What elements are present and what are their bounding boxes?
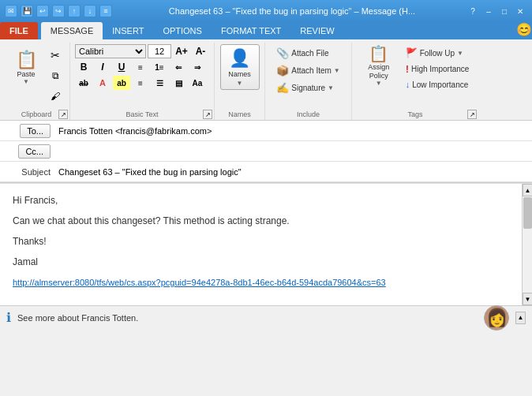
decrease-indent-button[interactable]: ⇐ [170,60,187,74]
align-left-button[interactable]: ≡ [132,76,149,90]
cc-button[interactable]: Cc... [18,144,51,159]
email-form: To... Cc... Subject [0,121,532,183]
include-group: 📎 Attach File 📦 Attach Item ▼ ✍ Signatur… [265,43,352,120]
signature: Jamal [13,255,509,269]
basic-text-label: Basic Text [126,110,159,118]
attach-file-label: Attach File [291,49,328,58]
subject-row: Subject [0,162,532,182]
tab-review[interactable]: REVIEW [290,22,343,39]
signature-icon: ✍ [276,82,289,94]
font-grow-button[interactable]: A+ [173,44,190,58]
redo-icon[interactable]: ↪ [52,5,65,17]
basic-text-expand[interactable]: ↗ [203,110,212,119]
scrollbar: ▲ ▼ [522,184,532,305]
include-bottom: Include [265,109,351,120]
names-dd-arrow: ▼ [237,80,243,87]
tags-expand[interactable]: ↗ [467,110,477,119]
cc-input[interactable] [55,145,532,158]
paste-button[interactable]: 📋 Paste ▼ [8,44,44,90]
attach-item-label: Attach Item [291,66,332,75]
contact-avatar: 👩 [484,305,509,331]
follow-up-button[interactable]: 🚩 Follow Up ▼ [402,46,474,60]
tab-file[interactable]: FILE [0,22,38,39]
signature-button[interactable]: ✍ Signature ▼ [272,80,344,95]
save-icon[interactable]: 💾 [21,5,33,17]
greeting: Hi Francis, [13,193,509,207]
low-importance-button[interactable]: ↓ Low Importance [402,78,474,91]
down-icon[interactable]: ↓ [84,5,96,17]
close-button[interactable]: ✕ [513,5,527,17]
low-importance-label: Low Importance [412,80,468,89]
font-color-button[interactable]: A [94,76,111,90]
bold-button[interactable]: B [75,60,92,74]
copy-button[interactable]: ⧉ [46,66,65,85]
paste-icon: 📋 [16,50,37,70]
underline-button[interactable]: U [113,60,130,74]
cut-button[interactable]: ✂ [46,46,65,65]
high-importance-button[interactable]: ! High Importance [402,62,474,77]
window-title: Changeset 63 – "Fixed the bug in parsing… [118,6,466,16]
help-button[interactable]: ? [466,5,480,17]
up-icon[interactable]: ↑ [68,5,81,17]
highlight-button[interactable]: ab [113,76,130,90]
tab-message[interactable]: MESSAGE [41,22,103,39]
paste-dropdown-arrow: ▼ [23,78,29,85]
font-family-select[interactable]: Calibri [75,44,146,58]
high-importance-icon: ! [406,63,409,75]
clipboard-small-btns: ✂ ⧉ 🖌 [46,44,65,106]
ribbon-tabs: FILE MESSAGE INSERT OPTIONS FORMAT TEXT … [0,22,532,39]
strikethrough-button[interactable]: ab [75,76,92,90]
title-bar-icons: ✉ 💾 ↩ ↪ ↑ ↓ ≡ [5,5,112,17]
cc-row: Cc... [0,141,532,162]
more-format-button[interactable]: Aa [189,76,206,90]
attach-file-button[interactable]: 📎 Attach File [272,46,344,61]
include-label: Include [297,110,320,118]
font-shrink-button[interactable]: A- [192,44,209,58]
changeset-link[interactable]: http://almserver:8080/tfs/web/cs.aspx?pc… [13,278,386,287]
scroll-up-button[interactable]: ▲ [523,184,532,196]
paste-label: Paste [17,70,35,78]
align-right-button[interactable]: ▤ [170,76,187,90]
emoji-button[interactable]: 😊 [516,22,532,39]
high-importance-label: High Importance [411,65,469,73]
font-size-input[interactable] [148,44,171,58]
assign-policy-button[interactable]: 📋 AssignPolicy ▼ [358,44,400,87]
undo-icon[interactable]: ↩ [36,5,49,17]
names-group: 👤 Names ▼ Names [215,43,265,120]
subject-label: Subject [0,167,55,177]
format-painter-button[interactable]: 🖌 [46,87,65,106]
names-button[interactable]: 👤 Names ▼ [220,44,260,90]
align-center-button[interactable]: ☰ [151,76,168,90]
scroll-down-button[interactable]: ▼ [523,293,532,305]
subject-input[interactable] [55,166,532,178]
italic-button[interactable]: I [94,60,111,74]
more-icon[interactable]: ≡ [99,5,112,17]
basic-text-bottom: Basic Text ↗ [70,109,214,120]
tags-content: 📋 AssignPolicy ▼ 🚩 Follow Up ▼ ! High Im… [358,44,474,91]
status-scroll-up[interactable]: ▲ [515,312,526,324]
follow-up-dd: ▼ [457,50,463,57]
attach-item-icon: 📦 [276,65,289,77]
tab-format-text[interactable]: FORMAT TEXT [212,22,290,39]
increase-indent-button[interactable]: ⇒ [189,60,206,74]
color-row: ab A ab ≡ ☰ ▤ Aa [75,76,209,90]
maximize-button[interactable]: □ [497,5,511,17]
cc-label-area: Cc... [0,144,55,159]
attach-file-icon: 📎 [276,47,289,59]
list-button[interactable]: ≡ [132,60,149,74]
low-importance-icon: ↓ [406,80,410,89]
to-input[interactable] [55,125,532,137]
basic-text-group: Calibri A+ A- B I U ≡ 1≡ ⇐ ⇒ ab A ab ≡ ☰ [70,43,215,120]
ordered-list-button[interactable]: 1≡ [151,60,168,74]
minimize-button[interactable]: – [481,5,496,17]
clipboard-expand[interactable]: ↗ [58,110,68,119]
tab-insert[interactable]: INSERT [103,22,153,39]
attach-item-button[interactable]: 📦 Attach Item ▼ [272,63,344,78]
scroll-thumb[interactable] [523,197,532,229]
tags-bottom: Tags ↗ [352,109,478,120]
signature-label: Signature [291,84,325,92]
to-button[interactable]: To... [20,124,51,138]
message-body[interactable]: Hi Francis, Can we chat about this chang… [0,184,522,305]
clipboard-bottom: Clipboard ↗ [3,109,69,120]
tab-options[interactable]: OPTIONS [153,22,212,39]
